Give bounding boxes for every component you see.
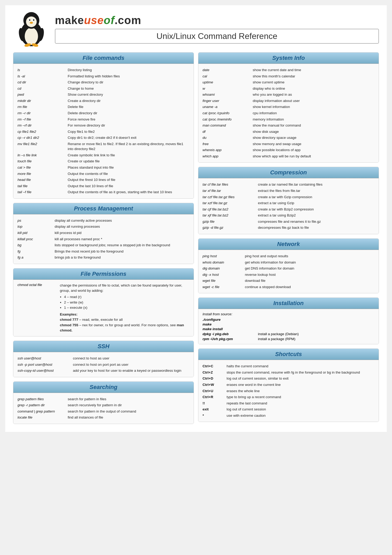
list-item: exitlog out of current session (203, 406, 374, 413)
cmd-text: ps (18, 218, 51, 223)
desc-text: repeats the last command (227, 401, 374, 406)
desc-text: lists stopped or background jobs; resume… (55, 243, 189, 248)
list-item: killall prockill all processes named pro… (18, 236, 189, 242)
desc-text: search for pattern in the output of comm… (68, 409, 189, 414)
list-item: ln –s file linkCreate symbolic link link… (18, 152, 189, 158)
cmd-text: grep pattern files (18, 397, 65, 402)
cmd-text: tar cf file.tar files (203, 182, 255, 187)
list-item: 1 – execute (x) (64, 305, 189, 310)
cmd-text: uname -a (203, 104, 250, 110)
svg-point-9 (34, 19, 34, 20)
right-column: System Info dateshow the current date an… (198, 52, 379, 422)
desc-text: Copy dir1 to dir2; create dir2 if it doe… (68, 135, 189, 140)
ssh-section: SSH ssh user@hostconnect to host as user… (13, 341, 194, 377)
list-item: whereis appshow possible locations of ap… (203, 147, 374, 153)
network-header: Network (198, 239, 379, 250)
desc-text: Output the last 10 lines of file (68, 184, 189, 189)
cmd-text: dpkg -i pkg.deb (203, 332, 255, 336)
desc-text: Force remove fire (68, 117, 189, 122)
searching-body: grep pattern filessearch for pattern in … (13, 393, 194, 424)
desc-text: Create symbolic link link to file (68, 153, 189, 158)
desc-text: Show current directory (68, 92, 189, 97)
cmd-text: cd (18, 86, 65, 91)
process-management-title: Process Management (18, 205, 189, 212)
compression-title: Compression (203, 169, 374, 176)
list-item: tar czf file.tar.gz filescreate a tar wi… (203, 194, 374, 200)
list-item: Ctrl+Rtype to bring up a recent command (203, 394, 374, 400)
left-column: File commands lsDirectory listingls -alF… (13, 52, 194, 424)
cmd-text: top (18, 224, 51, 229)
desc-text: compresses file and renames it to file.g… (258, 219, 374, 224)
list-item: rm fileDelete file (18, 104, 189, 110)
desc-text: search recursively for pattern in dir (68, 403, 189, 408)
list-item: topdisplay all running processes (18, 224, 189, 230)
cmd-text: dig domain (203, 266, 242, 271)
list-item: *use with extreme caution (203, 413, 374, 419)
cmd-text: ln –s file link (18, 153, 65, 158)
cmd-text: tail –f file (18, 190, 65, 195)
desc-text: show which app will be run by default (253, 154, 374, 159)
cmd-text: gzip file (203, 219, 255, 224)
main-content: File commands lsDirectory listingls -alF… (13, 52, 379, 424)
site-name: makeuseof.com (55, 14, 379, 27)
desc-text: use with extreme caution (227, 413, 374, 418)
desc-text: Rename or move file1 to file2. If filed … (68, 141, 189, 152)
ssh-header: SSH (13, 341, 194, 352)
cmd-text: cd dir (18, 80, 65, 85)
list-item: wdisplay who is online (203, 85, 374, 92)
cmd-text: head file (18, 177, 65, 182)
desc-text: type to bring up a recent command (227, 394, 374, 400)
list-item: ssh -p port user@hostconnect to host on … (18, 362, 189, 368)
cmd-text: kill pid (18, 230, 51, 236)
cmd-text: whereis app (203, 147, 250, 153)
cmd-text: free (203, 141, 250, 147)
cmd-text: Ctrl+Z (203, 370, 223, 375)
list-item: cat > filePlaces standard input into fil… (18, 164, 189, 171)
desc-text: extract a tar using Bzip2 (258, 213, 374, 218)
list-item: cat /proc /meminfomemory information (203, 116, 374, 123)
list-item: freeshow memory and swap usage (203, 141, 374, 147)
list-item: locate filefind all instances of file (18, 414, 189, 421)
list-item: uname -ashow kernel information (203, 104, 374, 110)
cmd-text: ls -al (18, 74, 65, 79)
cmd-text: cal (203, 74, 250, 79)
searching-title: Searching (18, 384, 189, 391)
cmd-text: cat > file (18, 165, 65, 170)
list-item: tar cf file.tar filescreate a tar named … (203, 181, 374, 188)
cmd-text: tail file (18, 184, 65, 189)
list-item: ./configure (203, 318, 374, 322)
list-item: psdisplay all currently active processes (18, 218, 189, 224)
desc-text: kill process id pid (55, 230, 189, 236)
desc-text: Delete file (68, 104, 189, 110)
shortcuts-body: Ctrl+Chalts the current commandCtrl+Zsto… (198, 360, 379, 422)
desc-text: download file (245, 278, 374, 283)
chmod755: chmod 755 (60, 323, 78, 327)
cmd-text: mv file1 file2 (18, 141, 65, 152)
desc-text: Formatted listing with hidden files (68, 74, 189, 79)
list-item: lsDirectory listing (18, 67, 189, 73)
desc-text: add your key to host for user to enable … (73, 368, 189, 373)
cmd-text: gzip -d file.gz (203, 225, 255, 230)
desc-text: reverse lookup host (245, 272, 374, 277)
file-permissions-section: File Permissions chmod octal file change… (13, 268, 194, 336)
desc-text: display who is online (253, 86, 374, 91)
cmd-text: touch file (18, 159, 65, 164)
installation-body: Install from source: ./configuremakemake… (198, 309, 379, 344)
list-item: ssh user@hostconnect to host as user (18, 355, 189, 362)
list-item: !!repeats the last command (203, 400, 374, 407)
desc-text: Places standard input into file (68, 165, 189, 170)
ssh-body: ssh user@hostconnect to host as userssh … (13, 352, 194, 377)
tux-logo (13, 10, 50, 47)
file-commands-section: File commands lsDirectory listingls -alF… (13, 52, 194, 199)
list-item: touch fileCreate or update file (18, 158, 189, 164)
file-perm-intro: change the permissions of file to octal,… (60, 283, 182, 293)
cmd-text: tar xjf file.tar.bz2 (203, 213, 255, 218)
desc-text: Change directory to dir (68, 80, 189, 85)
list-item: dateshow the current date and time (203, 67, 374, 73)
cmd-text: !! (203, 401, 223, 406)
desc-text: install a package (RPM) (258, 337, 374, 341)
desc-text: show current uptime (253, 80, 374, 85)
cmd-text: Ctrl+C (203, 364, 223, 369)
cmd-text: locate file (18, 415, 65, 420)
shortcuts-section: Shortcuts Ctrl+Chalts the current comman… (198, 348, 379, 422)
